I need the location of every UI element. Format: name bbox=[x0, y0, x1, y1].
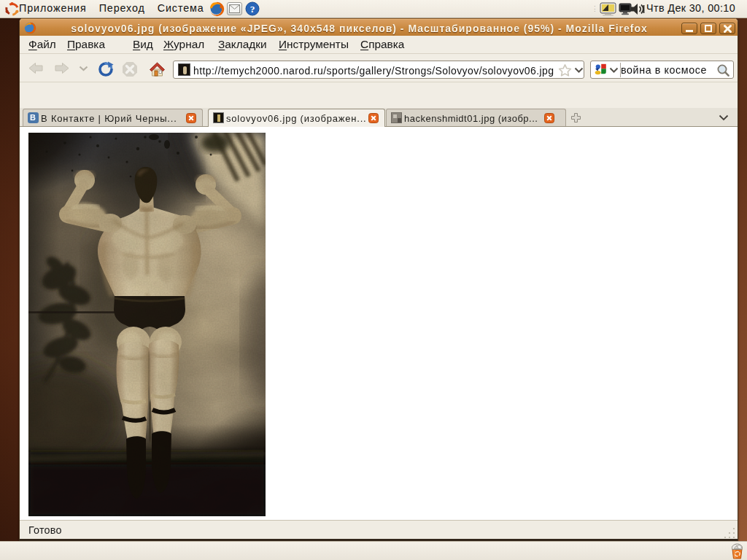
svg-text:?: ? bbox=[250, 4, 255, 15]
